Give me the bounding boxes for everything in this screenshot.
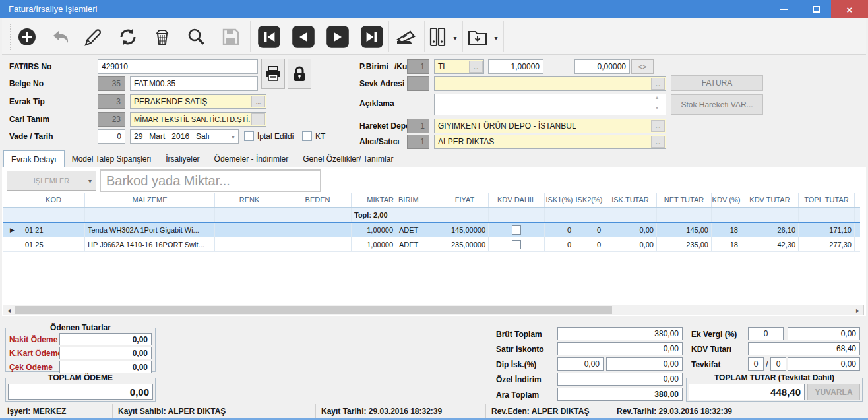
tevkifat-b-input[interactable]: 0 [770,357,786,371]
iptal-edildi-checkbox[interactable] [244,131,254,141]
grid-column-header[interactable]: MIKTAR [352,193,396,207]
grid-column-header[interactable]: BEDEN [284,193,352,207]
tab-2[interactable]: İrsaliyeler [158,150,206,167]
edit-button[interactable] [81,24,106,49]
evrak-tip-number: 3 [98,94,125,109]
kdv-dahil-checkbox[interactable] [512,240,521,249]
grid-cell: 26,10 [741,223,799,237]
scan-button[interactable] [394,24,419,49]
grid-column-header[interactable]: KDV (%) [712,193,741,207]
brut-toplam-value: 380,00 [557,327,683,340]
search-button[interactable] [184,24,209,49]
cari-tanim-lookup-button[interactable]: ... [251,113,265,125]
grid-column-header[interactable]: ISK2(%) [574,193,604,207]
save-button[interactable] [218,24,243,49]
add-button[interactable] [15,24,40,49]
kdv-dahil-checkbox[interactable] [512,225,521,235]
status-bar: İşyeri: MERKEZKayıt Sahibi: ALPER DIKTAŞ… [2,404,866,418]
hareket-deposu-input[interactable]: GIYIMKENT ÜRÜN DEPO - İSTANBUL ... [434,119,666,133]
cari-tanim-input[interactable]: MİMAR TEKSTİL SAN.TİC.LTD.ŞTİ. ... [130,112,266,127]
grid-column-header[interactable]: BİRİM [396,193,441,207]
grid-column-header[interactable]: MALZEME [85,193,215,207]
sevk-adresi-input[interactable]: ... [434,76,666,91]
statusbar-item-4: Rev.Tarihi: 29.03.2016 18:32:39 [611,404,766,418]
statusbar-item-2: Kayıt Tarihi: 29.03.2016 18:32:39 [316,404,486,418]
grid-column-header[interactable]: ISK.TUTAR [604,193,657,207]
aciklama-textarea[interactable] [434,94,666,115]
exchange-rate2-input[interactable]: 0,00000 [574,59,630,74]
tab-1[interactable]: Model Talep Siparişleri [65,150,159,167]
caret-down-icon[interactable]: ▾ [232,133,235,140]
last-record-button[interactable] [359,24,385,49]
kt-checkbox[interactable] [302,131,312,141]
spinner-down-icon[interactable]: ▾ [656,105,658,111]
belge-no-input[interactable]: FAT.M00.35 [130,76,258,91]
horizontal-scrollbar[interactable]: ◂ ▸ [3,305,864,315]
barkod-input[interactable] [100,169,321,192]
kkart-odeme-input[interactable]: 0,00 [59,347,152,359]
cek-odeme-input[interactable]: 0,00 [59,361,152,373]
tevkifat-a-input[interactable]: 0 [748,357,764,371]
summary-cell [604,208,657,222]
tab-4[interactable]: Genel Özellikler/ Tanımlar [295,150,400,167]
archive-button[interactable] [427,24,449,49]
undo-button[interactable] [49,24,74,49]
next-record-button[interactable] [325,24,350,49]
application-window: Fatura/İrsaliye İşlemleri × [0,0,868,420]
fatura-button[interactable]: FATURA [671,75,763,91]
archive-dropdown-caret[interactable]: ▾ [450,33,460,42]
lock-button[interactable] [288,59,311,89]
tab-0[interactable]: Evrak Detayı [3,150,65,167]
grid-column-header[interactable]: TOPL.TUTAR [799,193,855,207]
currency-lookup-button[interactable]: ... [469,61,483,73]
toolbar-grip[interactable] [10,24,11,50]
currency-input[interactable]: TL ... [434,59,484,74]
table-row[interactable]: 01 25HP J9662A 1410-16 16PORT Swit...1,0… [3,237,860,252]
table-row[interactable]: ▶01 21Tenda WH302A 1Port Gigabit Wi...1,… [3,222,860,237]
close-button[interactable]: × [831,0,868,18]
fat-irs-no-input[interactable]: 429010 [98,59,258,74]
dip-iskonto-pct-input[interactable]: 0,00 [557,357,604,371]
grid-column-header[interactable]: NET TUTAR [657,193,712,207]
scrollbar-thumb[interactable] [15,306,612,314]
stok-hareketi-button[interactable]: Stok Hareketi VAR... [671,94,763,115]
islemler-dropdown[interactable]: İŞLEMLER ▾ [7,171,96,191]
evrak-tip-input[interactable]: PERAKENDE SATIŞ ... [130,94,266,109]
summary-cell [215,208,284,222]
nakit-odeme-input[interactable]: 0,00 [59,333,152,345]
vade-input[interactable]: 0 [98,129,125,144]
exchange-rate-input[interactable]: 1,00000 [488,59,543,74]
spinner-up-icon[interactable]: ▴ [656,95,658,100]
grid-cell: 42,30 [741,237,799,251]
grid-column-header[interactable]: KDV TUTAR [741,193,799,207]
export-dropdown-caret[interactable]: ▾ [491,33,501,42]
tab-3[interactable]: Ödemeler - İndirimler [207,150,296,167]
first-record-button[interactable] [257,24,282,49]
scroll-left-arrow[interactable]: ◂ [3,305,15,315]
evrak-tip-lookup-button[interactable]: ... [251,96,265,107]
alici-satici-number: 1 [407,135,429,149]
refresh-button[interactable] [115,24,140,49]
tarih-date-picker[interactable]: 29 Mart 2016 Salı ▾ [130,129,239,144]
alici-satici-input[interactable]: ALPER DIKTAS ... [434,135,666,149]
previous-record-button[interactable] [291,24,316,49]
scroll-right-arrow[interactable]: ▸ [852,305,863,315]
dip-iskonto-value: 0,00 [606,357,683,371]
ek-vergi-pct-input[interactable]: 0 [748,327,784,340]
grid-column-header[interactable]: FİYAT [441,193,489,207]
minimize-button[interactable] [769,0,799,18]
export-button[interactable] [466,24,489,49]
grid-column-header[interactable]: KDV DAHİL [489,193,545,207]
rate-swap-button[interactable]: <> [631,59,654,74]
sevk-adresi-lookup-button[interactable]: ... [651,78,665,90]
hareket-deposu-lookup-button[interactable]: ... [651,120,665,132]
delete-button[interactable] [150,24,175,49]
alici-satici-lookup-button[interactable]: ... [651,136,665,148]
maximize-button[interactable] [801,0,831,18]
grid-column-header[interactable]: ISK1(%) [545,193,574,207]
yuvarla-button[interactable]: YUVARLA [807,384,860,400]
search-icon [186,27,207,47]
grid-column-header[interactable]: RENK [215,193,284,207]
print-button[interactable] [261,59,285,89]
grid-column-header[interactable]: KOD [22,193,85,207]
